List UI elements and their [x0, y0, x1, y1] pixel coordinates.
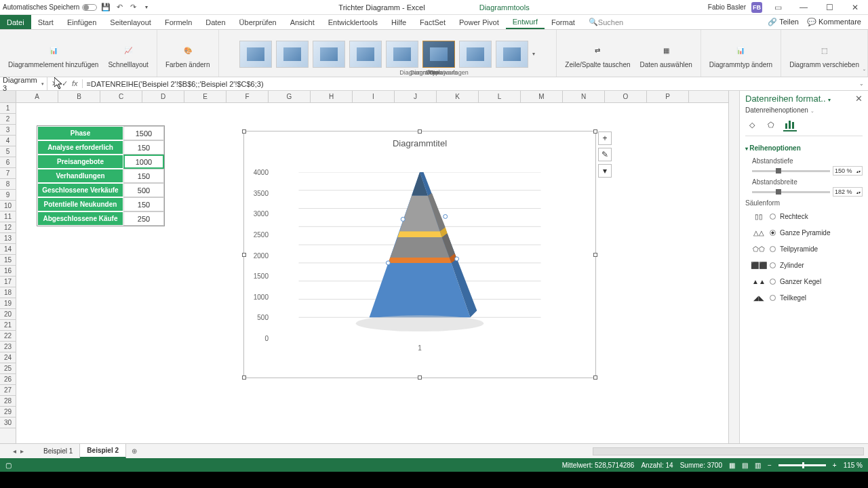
teilen-button[interactable]: 🔗 Teilen: [768, 18, 799, 26]
redo-icon[interactable]: ↷: [128, 3, 138, 12]
chart-filter-button[interactable]: ▾: [598, 164, 612, 178]
col-header[interactable]: E: [184, 91, 226, 102]
table-cell-value[interactable]: 150: [123, 197, 164, 211]
sheet-tab-1[interactable]: Beispiel 1: [37, 444, 80, 458]
row-header[interactable]: 18: [0, 287, 16, 298]
undo-icon[interactable]: ↶: [115, 3, 124, 12]
col-header[interactable]: L: [479, 91, 521, 102]
chart-style-7[interactable]: [459, 41, 492, 68]
tab-entwurf[interactable]: Entwurf: [506, 15, 545, 29]
name-box[interactable]: Diagramm 3▾: [0, 76, 47, 92]
zoom-out-icon[interactable]: −: [768, 462, 772, 469]
table-cell-label[interactable]: Analyse erforderlich: [37, 140, 123, 155]
row-header[interactable]: 25: [0, 363, 16, 374]
chart-style-6[interactable]: [422, 41, 455, 68]
minimize-icon[interactable]: —: [793, 1, 814, 14]
chart-object[interactable]: Diagrammtitel 05001000150020002500300035…: [243, 131, 596, 378]
style-gallery-more-icon[interactable]: ▾: [532, 51, 535, 57]
tab-format[interactable]: Format: [545, 15, 582, 29]
zoom-slider[interactable]: [778, 464, 826, 466]
tab-ansicht[interactable]: Ansicht: [283, 15, 321, 29]
pane-subtitle[interactable]: Datenreihenoptionen: [745, 106, 808, 114]
row-header[interactable]: 23: [0, 342, 16, 352]
row-header[interactable]: 24: [0, 352, 16, 363]
table-cell-label[interactable]: Abgeschlossene Käufe: [37, 211, 123, 226]
row-header[interactable]: 13: [0, 233, 16, 244]
abstandstiefe-slider[interactable]: [752, 170, 830, 172]
effects-icon[interactable]: ⬠: [764, 118, 778, 131]
row-header[interactable]: 16: [0, 266, 16, 277]
cancel-formula-icon[interactable]: ✕: [52, 79, 58, 88]
shape-zylinder[interactable]: ⬛⬛Zylinder: [752, 260, 863, 270]
daten-auswaehlen-button[interactable]: ▦Daten auswählen: [636, 38, 696, 70]
row-header[interactable]: 1: [0, 103, 16, 114]
row-header[interactable]: 10: [0, 201, 16, 211]
record-macro-icon[interactable]: ▢: [5, 462, 12, 469]
autosave-toggle[interactable]: Automatisches Speichern: [3, 3, 97, 11]
pane-close-icon[interactable]: ✕: [855, 94, 863, 104]
table-cell-label[interactable]: Potentielle Neukunden: [37, 197, 123, 211]
row-header[interactable]: 19: [0, 298, 16, 309]
worksheet-cells[interactable]: Phase 1500 Analyse erforderlich150Preisa…: [16, 103, 728, 443]
row-header[interactable]: 20: [0, 309, 16, 320]
tab-datei[interactable]: Datei: [0, 15, 31, 29]
pyramid-chart-icon[interactable]: [271, 172, 568, 337]
table-cell-value[interactable]: 500: [123, 183, 164, 197]
row-header[interactable]: 6: [0, 157, 16, 168]
col-header[interactable]: M: [521, 91, 563, 102]
col-header[interactable]: N: [563, 91, 605, 102]
tab-nav-next-icon[interactable]: ▸: [20, 447, 24, 455]
tab-entwicklertools[interactable]: Entwicklertools: [321, 15, 384, 29]
sheet-tab-2[interactable]: Beispiel 2: [80, 444, 126, 458]
chart-style-8[interactable]: [496, 41, 528, 68]
shape-teilpyramide[interactable]: ⬠⬠Teilpyramide: [752, 243, 863, 254]
row-header[interactable]: 11: [0, 211, 16, 222]
accept-formula-icon[interactable]: ✓: [62, 79, 68, 88]
search-box[interactable]: 🔍 Suchen: [582, 15, 630, 29]
chart-style-3[interactable]: [313, 41, 345, 68]
row-header[interactable]: 2: [0, 114, 16, 125]
table-cell-value[interactable]: 150: [123, 169, 164, 183]
col-header[interactable]: D: [142, 91, 184, 102]
collapse-ribbon-icon[interactable]: ˇ: [863, 68, 865, 75]
row-header[interactable]: 30: [0, 418, 16, 428]
fill-line-icon[interactable]: ◇: [745, 118, 759, 131]
col-header[interactable]: O: [605, 91, 647, 102]
chart-title[interactable]: Diagrammtitel: [244, 138, 595, 148]
section-reihenoptionen[interactable]: Reihenoptionen: [745, 144, 863, 152]
fx-icon[interactable]: fx: [72, 79, 78, 88]
user-name[interactable]: Fabio Basler: [708, 3, 746, 11]
ribbon-options-icon[interactable]: ▭: [768, 1, 788, 14]
row-header[interactable]: 9: [0, 190, 16, 201]
row-header[interactable]: 5: [0, 146, 16, 157]
col-header[interactable]: I: [353, 91, 395, 102]
col-header[interactable]: G: [269, 91, 311, 102]
farben-button[interactable]: 🎨Farben ändern: [161, 38, 214, 70]
kommentare-button[interactable]: 💬 Kommentare: [807, 18, 861, 26]
col-header[interactable]: P: [647, 91, 689, 102]
shape-ganzer-kegel[interactable]: ▲▲Ganzer Kegel: [752, 276, 863, 287]
view-normal-icon[interactable]: ▦: [729, 462, 735, 469]
view-pagebreak-icon[interactable]: ▥: [755, 462, 761, 469]
table-cell-label[interactable]: Geschlossene Verkäufe: [37, 183, 123, 197]
diagramm-verschieben-button[interactable]: ⬚Diagramm verschieben: [785, 38, 863, 70]
table-header-phase[interactable]: Phase: [37, 126, 123, 140]
tab-einfuegen[interactable]: Einfügen: [60, 15, 103, 29]
schnelllayout-button[interactable]: 📈Schnelllayout: [104, 38, 152, 70]
chart-style-2[interactable]: [276, 41, 309, 68]
select-all-corner[interactable]: [0, 91, 16, 102]
zoom-level[interactable]: 115 %: [844, 462, 863, 469]
tab-ueberpruefen[interactable]: Überprüfen: [233, 15, 283, 29]
tab-powerpivot[interactable]: Power Pivot: [452, 15, 506, 29]
chart-style-5[interactable]: [386, 41, 418, 68]
tab-hilfe[interactable]: Hilfe: [384, 15, 413, 29]
col-header[interactable]: J: [395, 91, 437, 102]
diagrammtyp-button[interactable]: 📊Diagrammtyp ändern: [705, 38, 776, 70]
col-header[interactable]: H: [311, 91, 353, 102]
row-header[interactable]: 28: [0, 396, 16, 407]
tab-factset[interactable]: FactSet: [413, 15, 452, 29]
row-header[interactable]: 14: [0, 244, 16, 255]
row-header[interactable]: 3: [0, 125, 16, 136]
row-header[interactable]: 29: [0, 407, 16, 418]
maximize-icon[interactable]: ☐: [819, 1, 840, 14]
